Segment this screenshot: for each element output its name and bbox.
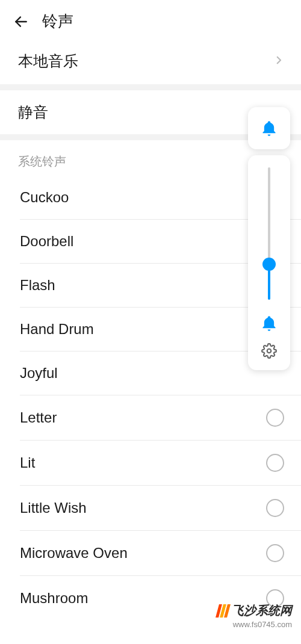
ringtone-name: Mushroom xyxy=(20,590,88,607)
settings-button[interactable] xyxy=(261,343,277,361)
ringtone-name: Hand Drum xyxy=(20,321,94,338)
radio-button[interactable] xyxy=(266,544,284,562)
arrow-left-icon xyxy=(13,14,29,29)
ringtone-name: Flash xyxy=(20,277,55,294)
bell-icon xyxy=(261,315,278,334)
watermark: 飞沙系统网 www.fs0745.com xyxy=(217,602,292,629)
local-music-label: 本地音乐 xyxy=(18,51,78,71)
slider-thumb[interactable] xyxy=(262,258,276,271)
ringtone-name: Letter xyxy=(20,409,57,426)
ringtone-item[interactable]: Letter xyxy=(20,395,301,441)
bell-icon xyxy=(261,120,278,137)
watermark-text: 飞沙系统网 xyxy=(232,602,292,619)
radio-button[interactable] xyxy=(266,409,284,427)
section-separator xyxy=(0,84,301,90)
ringtone-name: Doorbell xyxy=(20,233,73,250)
chevron-right-icon xyxy=(273,55,284,68)
page-title: 铃声 xyxy=(42,11,73,32)
ringtone-name: Microwave Oven xyxy=(20,545,128,562)
volume-slider-box xyxy=(248,155,290,370)
ringtone-name: Lit xyxy=(20,454,35,471)
ringtone-item[interactable]: Little Wish xyxy=(20,486,301,531)
volume-slider[interactable] xyxy=(268,167,270,300)
volume-mode-button[interactable] xyxy=(248,107,290,149)
watermark-main: 飞沙系统网 xyxy=(217,602,292,619)
ringtone-name: Little Wish xyxy=(20,500,87,516)
ringtone-item[interactable]: Lit xyxy=(20,441,301,486)
mute-label: 静音 xyxy=(18,102,48,122)
ringtone-name: Joyful xyxy=(20,365,58,382)
back-button[interactable] xyxy=(12,13,30,31)
ringtone-name: Cuckoo xyxy=(20,189,69,206)
gear-icon xyxy=(261,343,277,359)
watermark-logo-icon xyxy=(217,604,229,618)
svg-point-1 xyxy=(267,349,272,353)
section-title: 系统铃声 xyxy=(18,153,283,170)
radio-button[interactable] xyxy=(266,454,284,472)
volume-panel xyxy=(248,107,290,370)
watermark-url: www.fs0745.com xyxy=(217,620,292,629)
radio-button[interactable] xyxy=(266,499,284,517)
page-header: 铃声 xyxy=(0,0,301,38)
ringtone-item[interactable]: Microwave Oven xyxy=(20,531,301,576)
local-music-row[interactable]: 本地音乐 xyxy=(0,38,301,84)
